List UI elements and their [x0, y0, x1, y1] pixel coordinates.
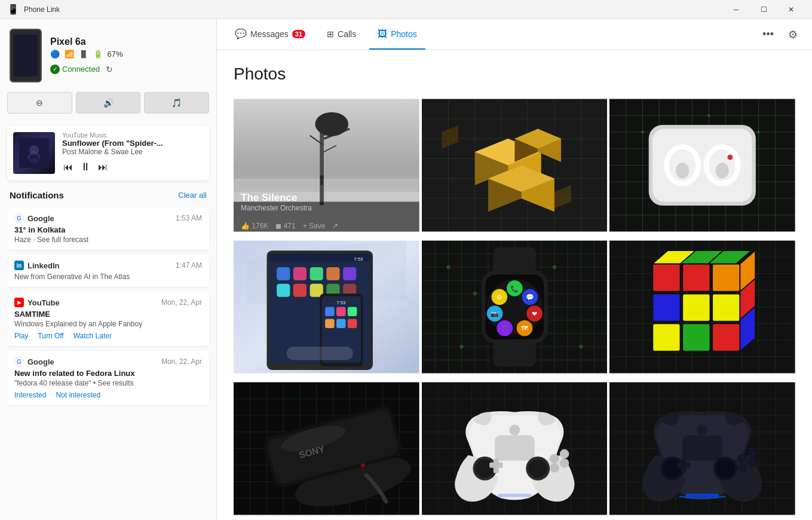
- signal-icon: ▐▌: [79, 50, 88, 57]
- notif-app-name-yt: YouTube: [27, 298, 60, 307]
- photo-cubes[interactable]: [422, 96, 608, 235]
- mute-icon: ⊖: [36, 98, 43, 108]
- more-options-button[interactable]: •••: [758, 26, 779, 43]
- minimize-button[interactable]: ─: [722, 0, 750, 19]
- prev-track-button[interactable]: ⏮: [62, 161, 74, 174]
- svg-rect-98: [348, 319, 357, 328]
- svg-rect-168: [652, 293, 681, 322]
- svg-rect-253: [682, 435, 722, 460]
- photos-grid: The Silence Manchester Orchestra 👍 176K …: [234, 96, 795, 518]
- mute-button[interactable]: ⊖: [7, 92, 72, 114]
- svg-point-264: [697, 425, 708, 436]
- photo-rubik[interactable]: [609, 237, 795, 377]
- photo-smartwatch[interactable]: 📞 💬 ❤ 🗺 🎵 📷 ⚙: [422, 237, 608, 377]
- svg-rect-99: [287, 347, 353, 360]
- photos-title: Photos: [234, 65, 795, 84]
- connected-badge: ✓ Connected ↻: [50, 63, 123, 75]
- photos-label: Photos: [391, 29, 417, 39]
- control-buttons: ⊖ 🔊 🎵: [0, 92, 216, 121]
- silence-share[interactable]: ↗: [332, 222, 338, 230]
- photo-ps-white[interactable]: [422, 379, 608, 518]
- messages-badge: 31: [292, 30, 305, 38]
- svg-rect-166: [682, 264, 710, 292]
- svg-point-229: [550, 454, 559, 463]
- svg-rect-259: [677, 463, 690, 468]
- notif-body-li: New from Generative AI in The Atlas: [14, 273, 202, 281]
- connected-text: Connected: [62, 65, 100, 74]
- notification-linkedin: in LinkedIn 1:47 AM New from Generative …: [7, 255, 209, 287]
- notif-app-row: G Google: [14, 213, 54, 223]
- svg-rect-173: [712, 323, 740, 351]
- svg-point-2: [29, 158, 39, 163]
- photo-tablet[interactable]: 7:53 7: [234, 237, 419, 377]
- clear-all-button[interactable]: Clear all: [178, 191, 207, 200]
- photo-silence[interactable]: The Silence Manchester Orchestra 👍 176K …: [234, 96, 419, 235]
- phone-thumbnail: [10, 29, 42, 82]
- notif-header-gf: G Google Mon, 22, Apr: [14, 357, 202, 366]
- tab-calls[interactable]: ⊞ Calls: [318, 19, 364, 50]
- svg-rect-80: [277, 267, 290, 280]
- notif-title-gf: New info related to Fedora Linux: [14, 369, 202, 378]
- phone-details: Pixel 6a 🔵 📶 ▐▌ 🔋 67% ✓ Connected ↻: [50, 36, 123, 75]
- notif-app-name-li: LinkedIn: [27, 261, 59, 270]
- svg-point-124: [473, 292, 477, 296]
- tab-messages[interactable]: 💬 Messages 31: [226, 19, 314, 50]
- youtube-icon: ▶: [14, 298, 24, 307]
- silence-save[interactable]: + Save: [303, 222, 326, 230]
- svg-point-255: [663, 459, 682, 478]
- pause-button[interactable]: ⏸: [79, 160, 92, 175]
- volume-button[interactable]: 🔊: [76, 92, 141, 114]
- photo-ps-dark[interactable]: [609, 379, 795, 518]
- media-controls: ⏮ ⏸ ⏭: [62, 160, 203, 175]
- svg-text:7:53: 7:53: [336, 300, 345, 305]
- notif-app-row-gf: G Google: [14, 357, 54, 366]
- turn-off-action-button[interactable]: Turn Off: [38, 332, 63, 340]
- notif-app-name-gf: Google: [27, 357, 54, 366]
- calls-icon: ⊞: [327, 29, 334, 39]
- next-track-button[interactable]: ⏭: [97, 161, 109, 174]
- svg-point-71: [716, 163, 729, 179]
- refresh-button[interactable]: ↻: [102, 63, 117, 75]
- photo-earbuds[interactable]: [609, 96, 795, 235]
- interested-action-button[interactable]: Interested: [14, 391, 46, 399]
- app-icon: 📱: [7, 4, 19, 15]
- svg-rect-97: [336, 319, 346, 328]
- watch-later-action-button[interactable]: Watch Later: [73, 332, 112, 340]
- photo-sony[interactable]: SONY: [234, 379, 419, 518]
- svg-rect-265: [686, 494, 719, 497]
- silence-likes: 👍 176K: [241, 222, 268, 230]
- app-title: Phone Link: [24, 5, 60, 14]
- calls-label: Calls: [338, 29, 356, 39]
- now-playing-card: YouTube Music Sunflower (From "Spider-..…: [7, 126, 209, 181]
- notif-app-row-li: in LinkedIn: [14, 261, 59, 270]
- track-title: Sunflower (From "Spider-...: [62, 139, 203, 148]
- notif-body-yt: Windows Explained by an Apple Fanboy: [14, 320, 202, 328]
- track-info: YouTube Music Sunflower (From "Spider-..…: [62, 131, 203, 175]
- svg-point-257: [716, 459, 735, 478]
- svg-rect-167: [712, 264, 740, 292]
- svg-point-13: [320, 175, 324, 179]
- phone-name: Pixel 6a: [50, 36, 123, 47]
- svg-point-260: [737, 454, 747, 463]
- tab-photos[interactable]: 🖼 Photos: [369, 19, 425, 50]
- notif-header: G Google 1:53 AM: [14, 213, 202, 223]
- svg-text:7:53: 7:53: [354, 256, 363, 262]
- svg-point-230: [559, 449, 569, 459]
- svg-rect-85: [277, 284, 290, 297]
- svg-rect-228: [489, 463, 502, 468]
- notif-title-yt: SAMTIME: [14, 310, 202, 319]
- settings-button[interactable]: ⚙: [783, 26, 802, 44]
- linkedin-icon: in: [14, 261, 24, 270]
- svg-rect-84: [343, 267, 356, 280]
- notif-time-gf: Mon, 22, Apr: [161, 357, 202, 366]
- messages-icon: 💬: [235, 28, 247, 39]
- restore-button[interactable]: ☐: [750, 0, 777, 19]
- play-action-button[interactable]: Play: [14, 332, 28, 340]
- connected-dot-icon: ✓: [50, 65, 60, 74]
- not-interested-action-button[interactable]: Not interested: [56, 391, 100, 399]
- notif-title: 31° in Kolkata: [14, 225, 202, 234]
- music-button[interactable]: 🎵: [144, 92, 209, 114]
- sidebar: Pixel 6a 🔵 📶 ▐▌ 🔋 67% ✓ Connected ↻ ⊖: [0, 19, 217, 520]
- notifications-header: Notifications Clear all: [0, 185, 216, 205]
- close-button[interactable]: ✕: [777, 0, 805, 19]
